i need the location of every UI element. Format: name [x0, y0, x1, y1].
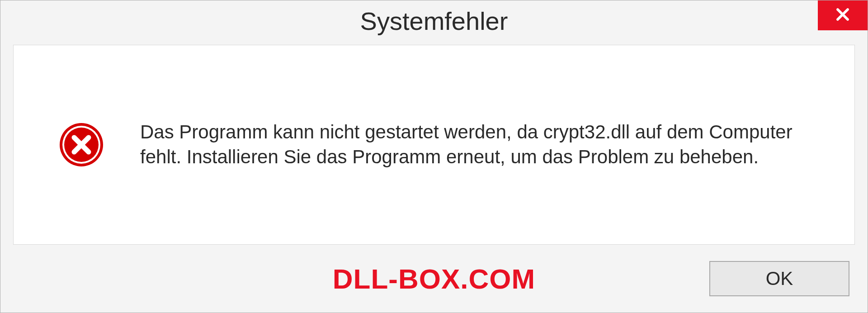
- dialog-title: Systemfehler: [360, 6, 508, 36]
- ok-button[interactable]: OK: [709, 261, 849, 296]
- error-icon: [59, 122, 104, 167]
- content-area: Das Programm kann nicht gestartet werden…: [13, 45, 855, 245]
- dialog-footer: DLL-BOX.COM OK: [0, 245, 868, 313]
- watermark-text: DLL-BOX.COM: [333, 263, 535, 295]
- close-icon: [834, 6, 851, 25]
- error-message: Das Programm kann nicht gestartet werden…: [140, 120, 818, 169]
- title-bar: Systemfehler: [0, 0, 868, 41]
- close-button[interactable]: [818, 0, 868, 30]
- error-dialog: Systemfehler Das Programm kann nicht ges…: [0, 0, 868, 313]
